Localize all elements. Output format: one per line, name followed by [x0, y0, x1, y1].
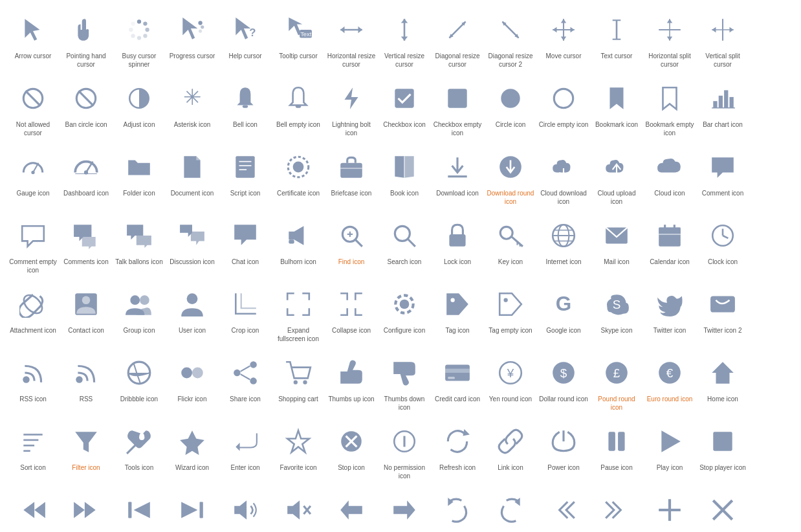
chat-icon[interactable]: Chat icon — [219, 212, 272, 281]
rotate-right-icon[interactable]: Rotate right icon — [484, 487, 537, 532]
group-icon[interactable]: Group icon — [113, 281, 166, 349]
download-icon[interactable]: Download icon — [431, 144, 484, 212]
horizontal-resize-cursor[interactable]: Horizontal resize cursor — [325, 6, 378, 75]
arrow-cursor[interactable]: Arrow cursor — [6, 6, 60, 75]
cloud-icon[interactable]: Cloud icon — [643, 144, 696, 212]
expand-fullscreen-icon[interactable]: Expand fullscreen icon — [272, 281, 325, 349]
twitter2-icon[interactable]: Twitter icon 2 — [696, 281, 749, 349]
vertical-resize-cursor[interactable]: Vertical resize cursor — [378, 6, 431, 75]
arrow-right-icon[interactable]: Arrow right icon — [378, 487, 431, 532]
euro-round-icon[interactable]: €Euro round icon — [643, 349, 696, 418]
checkbox-empty-icon[interactable]: Checkbox empty icon — [431, 75, 484, 144]
twitter-icon[interactable]: Twitter icon — [643, 281, 696, 349]
internet-icon[interactable]: Internet icon — [537, 212, 590, 281]
text-cursor[interactable]: Text cursor — [590, 6, 643, 75]
previous-icon[interactable]: Previous icon — [113, 487, 166, 532]
move-cursor[interactable]: Move cursor — [537, 6, 590, 75]
pause-icon[interactable]: Pause icon — [590, 418, 643, 487]
busy-cursor-spinner[interactable]: Busy cursor spinner — [113, 6, 166, 75]
home-icon[interactable]: Home icon — [696, 349, 749, 418]
volume-off-icon[interactable]: Volume off icon — [272, 487, 325, 532]
tools-icon[interactable]: Tools icon — [113, 418, 166, 487]
rss-icon[interactable]: RSS icon — [6, 349, 60, 418]
favorite-icon[interactable]: Favorite icon — [272, 418, 325, 487]
credit-card-icon[interactable]: Credit card icon — [431, 349, 484, 418]
plus-icon[interactable]: Plus icon — [643, 487, 696, 532]
key-icon[interactable]: Key icon — [484, 212, 537, 281]
next-icon[interactable]: Next icon — [166, 487, 219, 532]
search-icon[interactable]: Search icon — [378, 212, 431, 281]
diagonal-resize-cursor[interactable]: Diagonal resize cursor — [431, 6, 484, 75]
ban-circle-icon[interactable]: Ban circle icon — [60, 75, 113, 144]
fast-forward-icon[interactable]: Fast forward icon — [60, 487, 113, 532]
pound-round-icon[interactable]: £Pound round icon — [590, 349, 643, 418]
comment-empty-icon[interactable]: Comment empty icon — [6, 212, 60, 281]
discussion-icon[interactable]: Discussion icon — [166, 212, 219, 281]
double-angle-right[interactable]: Double angle right — [590, 487, 643, 532]
bell-icon[interactable]: Bell icon — [219, 75, 272, 144]
configure-icon[interactable]: Configure icon — [378, 281, 431, 349]
stop-player-icon[interactable]: Stop player icon — [696, 418, 749, 487]
enter-icon[interactable]: Enter icon — [219, 418, 272, 487]
bookmark-icon[interactable]: Bookmark icon — [590, 75, 643, 144]
x-mark-icon[interactable]: X mark icon — [696, 487, 749, 532]
user-icon[interactable]: User icon — [166, 281, 219, 349]
asterisk-icon[interactable]: ✳Asterisk icon — [166, 75, 219, 144]
play-icon[interactable]: Play icon — [643, 418, 696, 487]
comment-icon[interactable]: Comment icon — [696, 144, 749, 212]
shopping-cart[interactable]: Shopping cart — [272, 349, 325, 418]
dashboard-icon[interactable]: Dashboard icon — [60, 144, 113, 212]
cloud-download-icon[interactable]: Cloud download icon — [537, 144, 590, 212]
talk-ballons-icon[interactable]: Talk ballons icon — [113, 212, 166, 281]
circle-empty-icon[interactable]: Circle empty icon — [537, 75, 590, 144]
help-cursor[interactable]: ?Help cursor — [219, 6, 272, 75]
yen-round-icon[interactable]: ¥Yen round icon — [484, 349, 537, 418]
thumbs-down-icon[interactable]: Thumbs down icon — [378, 349, 431, 418]
skype-icon[interactable]: SSkype icon — [590, 281, 643, 349]
checkbox-icon[interactable]: Checkbox icon — [378, 75, 431, 144]
crop-icon[interactable]: Crop icon — [219, 281, 272, 349]
rewind-icon[interactable]: Rewind icon — [6, 487, 60, 532]
dollar-round-icon[interactable]: $Dollar round icon — [537, 349, 590, 418]
calendar-icon[interactable]: Calendar icon — [643, 212, 696, 281]
volume-up-icon[interactable]: Volume up icon — [219, 487, 272, 532]
clock-icon[interactable]: Clock icon — [696, 212, 749, 281]
horizontal-split-cursor[interactable]: Horizontal split cursor — [643, 6, 696, 75]
progress-cursor[interactable]: Progress cursor — [166, 6, 219, 75]
bar-chart-icon[interactable]: Bar chart icon — [696, 75, 749, 144]
sort-icon[interactable]: Sort icon — [6, 418, 60, 487]
rss2-icon[interactable]: RSS — [60, 349, 113, 418]
book-icon[interactable]: Book icon — [378, 144, 431, 212]
circle-icon[interactable]: Circle icon — [484, 75, 537, 144]
tag-empty-icon[interactable]: Tag empty icon — [484, 281, 537, 349]
not-allowed-cursor[interactable]: Not allowed cursor — [6, 75, 60, 144]
script-icon[interactable]: Script icon — [219, 144, 272, 212]
filter-icon[interactable]: Filter icon — [60, 418, 113, 487]
certificate-icon[interactable]: Certificate icon — [272, 144, 325, 212]
power-icon[interactable]: Power icon — [537, 418, 590, 487]
briefcase-icon[interactable]: Briefcase icon — [325, 144, 378, 212]
tag-icon[interactable]: Tag icon — [431, 281, 484, 349]
lock-icon[interactable]: Lock icon — [431, 212, 484, 281]
thumbs-up-icon[interactable]: Thumbs up icon — [325, 349, 378, 418]
attachment-icon[interactable]: Attachment icon — [6, 281, 60, 349]
tooltip-cursor[interactable]: TextTooltip cursor — [272, 6, 325, 75]
contact-icon[interactable]: Contact icon — [60, 281, 113, 349]
dribbble-icon[interactable]: Dribbble icon — [113, 349, 166, 418]
collapse-icon[interactable]: Collapse icon — [325, 281, 378, 349]
flickr-icon[interactable]: Flickr icon — [166, 349, 219, 418]
share-icon[interactable]: Share icon — [219, 349, 272, 418]
find-icon[interactable]: Find icon — [325, 212, 378, 281]
pointing-hand-cursor[interactable]: Pointing hand cursor — [60, 6, 113, 75]
refresh-icon[interactable]: Refresh icon — [431, 418, 484, 487]
link-icon[interactable]: Link icon — [484, 418, 537, 487]
google-icon[interactable]: GGoogle icon — [537, 281, 590, 349]
adjust-icon[interactable]: Adjust icon — [113, 75, 166, 144]
bell-empty-icon[interactable]: Bell empty icon — [272, 75, 325, 144]
bookmark-empty-icon[interactable]: Bookmark empty icon — [643, 75, 696, 144]
document-icon[interactable]: Document icon — [166, 144, 219, 212]
mail-icon[interactable]: Mail icon — [590, 212, 643, 281]
bulhorn-icon[interactable]: Bulhorn icon — [272, 212, 325, 281]
double-angle-left[interactable]: Double angle left — [537, 487, 590, 532]
vertical-split-cursor[interactable]: Vertical split cursor — [696, 6, 749, 75]
